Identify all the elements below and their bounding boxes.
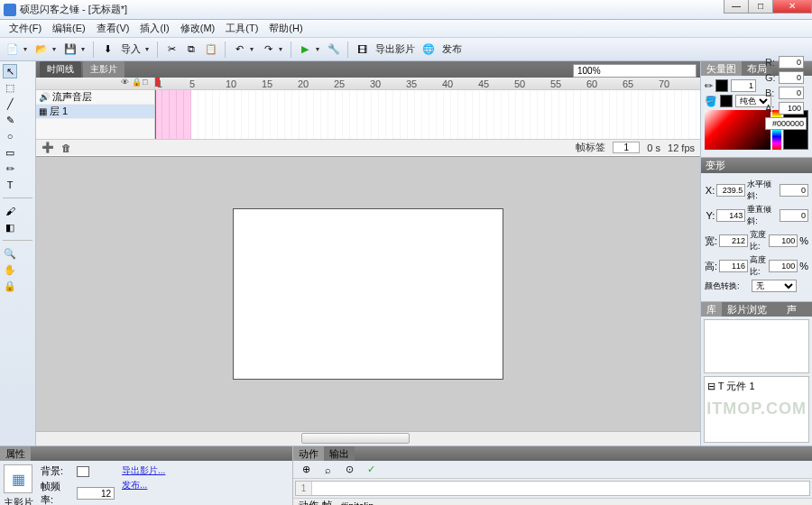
- tab-timeline[interactable]: 时间线: [40, 61, 81, 78]
- menu-view[interactable]: 查看(V): [91, 20, 135, 37]
- dropdown-icon[interactable]: ▾: [52, 45, 60, 53]
- pen-tool[interactable]: ✎: [3, 113, 17, 127]
- playhead[interactable]: [155, 90, 156, 139]
- actions-footer-1[interactable]: 动作-帧: [299, 499, 332, 505]
- tab-movie-browser[interactable]: 影片浏览器: [722, 302, 781, 317]
- scroll-thumb[interactable]: [301, 433, 410, 444]
- transform-w[interactable]: [719, 234, 748, 247]
- dropdown-icon[interactable]: ▾: [279, 45, 286, 53]
- bg-color-swatch[interactable]: [77, 466, 89, 477]
- add-layer-icon[interactable]: ➕: [42, 142, 54, 153]
- paint-tool[interactable]: 🖌: [3, 204, 17, 218]
- dropdown-icon[interactable]: ▾: [316, 45, 323, 53]
- menu-modify[interactable]: 修改(M): [175, 20, 221, 37]
- import-icon[interactable]: ⬇: [98, 41, 116, 59]
- tab-actions[interactable]: 动作: [293, 446, 324, 461]
- dropdown-icon[interactable]: ▾: [81, 45, 88, 53]
- link-publish[interactable]: 发布...: [122, 479, 165, 491]
- tab-library[interactable]: 库: [701, 302, 722, 317]
- debug-button[interactable]: 🔧: [325, 41, 343, 59]
- h-scrollbar[interactable]: [36, 431, 700, 445]
- stage-area[interactable]: [36, 157, 700, 431]
- action-find-icon[interactable]: ⌕: [318, 461, 337, 479]
- line-tool[interactable]: ╱: [3, 96, 17, 111]
- copy-button[interactable]: ⧉: [182, 41, 200, 59]
- layer-sound[interactable]: 🔊 流声音层: [36, 90, 154, 105]
- h-skew[interactable]: [780, 184, 808, 197]
- menu-file[interactable]: 文件(F): [4, 20, 47, 37]
- undo-button[interactable]: ↶: [230, 41, 248, 59]
- transform-y[interactable]: [716, 209, 745, 222]
- timeline-grid[interactable]: 1510152025303540455055606570: [155, 78, 700, 139]
- selection-tool[interactable]: ↖: [3, 64, 17, 78]
- menu-insert[interactable]: 插入(I): [134, 20, 174, 37]
- actions-editor[interactable]: 1: [295, 481, 810, 496]
- library-item[interactable]: ⊟ T 元件 1: [707, 380, 806, 393]
- tab-main-movie[interactable]: 主影片: [83, 61, 125, 78]
- redo-button[interactable]: ↷: [259, 41, 277, 59]
- close-button[interactable]: ✕: [772, 0, 812, 14]
- transform-h[interactable]: [719, 260, 748, 272]
- action-add-icon[interactable]: ⊕: [297, 461, 315, 479]
- frames-area[interactable]: [155, 90, 700, 139]
- open-button[interactable]: 📂: [32, 41, 51, 59]
- lock-tool[interactable]: 🔒: [3, 279, 17, 293]
- action-check-icon[interactable]: ✓: [362, 461, 380, 479]
- publish-icon[interactable]: 🌐: [420, 41, 438, 59]
- stroke-swatch[interactable]: [715, 79, 728, 92]
- fps-input[interactable]: [77, 487, 115, 500]
- current-frame[interactable]: [613, 142, 640, 153]
- play-button[interactable]: ▶: [296, 41, 314, 59]
- color-b[interactable]: [779, 87, 804, 99]
- save-button[interactable]: 💾: [61, 41, 79, 59]
- import-label[interactable]: 导入: [118, 42, 143, 56]
- tab-vector[interactable]: 矢量图: [701, 61, 742, 76]
- fill-icon[interactable]: 🪣: [705, 96, 717, 107]
- w-ratio[interactable]: [769, 234, 798, 247]
- lock-icon[interactable]: 🔒: [132, 78, 142, 87]
- link-export-movie[interactable]: 导出影片...: [122, 464, 165, 477]
- subselect-tool[interactable]: ⬚: [3, 80, 17, 95]
- export-movie-icon[interactable]: 🎞: [353, 41, 371, 59]
- fill-swatch[interactable]: [720, 95, 733, 107]
- export-movie-label[interactable]: 导出影片: [373, 42, 418, 56]
- layer-1[interactable]: ▦ 层 1: [36, 105, 154, 119]
- eye-icon[interactable]: 👁: [121, 78, 131, 87]
- color-r[interactable]: [779, 56, 804, 69]
- publish-label[interactable]: 发布: [439, 42, 465, 56]
- color-picker[interactable]: [705, 110, 770, 150]
- zoom-input[interactable]: [573, 64, 697, 78]
- hand-tool[interactable]: ✋: [3, 262, 17, 277]
- menu-edit[interactable]: 编辑(E): [47, 20, 91, 37]
- transform-x[interactable]: [716, 184, 745, 197]
- menu-help[interactable]: 帮助(H): [263, 20, 308, 37]
- stage[interactable]: [233, 208, 503, 380]
- maximize-button[interactable]: □: [748, 0, 773, 14]
- cut-button[interactable]: ✂: [162, 41, 180, 59]
- color-transform-select[interactable]: 无: [752, 280, 797, 292]
- actions-footer-2[interactable]: #initclip: [341, 500, 374, 506]
- text-tool[interactable]: T: [3, 178, 17, 192]
- tab-properties[interactable]: 属性: [0, 446, 31, 461]
- menu-tools[interactable]: 工具(T): [220, 20, 263, 37]
- library-list[interactable]: ⊟ T 元件 1: [704, 376, 809, 443]
- dropdown-icon[interactable]: ▾: [145, 45, 152, 53]
- action-target-icon[interactable]: ⊙: [340, 461, 358, 479]
- zoom-tool[interactable]: 🔍: [3, 246, 17, 261]
- stroke-width[interactable]: [731, 79, 756, 92]
- minimize-button[interactable]: —: [724, 0, 749, 14]
- tab-output[interactable]: 输出: [324, 446, 355, 461]
- timeline-ruler[interactable]: 1510152025303540455055606570: [155, 78, 700, 90]
- tab-sound[interactable]: 声音: [781, 302, 812, 317]
- eraser-tool[interactable]: ◧: [3, 220, 17, 234]
- rect-tool[interactable]: ▭: [3, 145, 17, 160]
- color-g[interactable]: [779, 71, 804, 84]
- stroke-icon[interactable]: ✏: [705, 80, 713, 92]
- outline-icon[interactable]: □: [143, 78, 152, 87]
- dropdown-icon[interactable]: ▾: [250, 45, 257, 53]
- delete-layer-icon[interactable]: 🗑: [61, 142, 71, 153]
- new-button[interactable]: 📄: [4, 41, 22, 59]
- color-a[interactable]: [779, 102, 804, 115]
- v-skew[interactable]: [780, 209, 808, 222]
- h-ratio[interactable]: [769, 260, 798, 272]
